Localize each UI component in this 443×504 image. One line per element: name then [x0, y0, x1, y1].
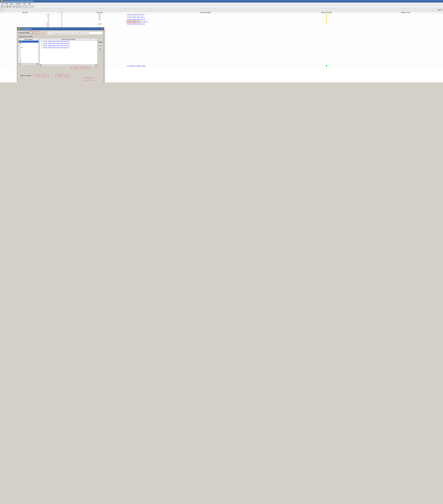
warning-icon[interactable] [326, 14, 327, 15]
size-item-12[interactable]: 12" [18, 61, 38, 63]
dialog-close-button[interactable]: ✕ [101, 28, 103, 30]
dialog-app-icon: A [18, 28, 20, 30]
dialog-info-text: For each part group, arrange default par… [49, 32, 89, 34]
priority-num: 3 [40, 45, 42, 46]
col-priority: Part Use Priority [284, 11, 368, 14]
size-item-1-5[interactable]: 1 1/2" [18, 47, 38, 49]
warning-icon[interactable] [326, 21, 327, 22]
warning-icon[interactable] [326, 18, 327, 20]
app-title: Autodesk AutoCAD Plant 3D Spec Editor 20… [3, 0, 33, 2]
size-item-2[interactable]: 2" [18, 49, 38, 51]
priority-item-text: STUD, A193-B7 W2 A194-2H HH NUTS (6 [43, 45, 69, 46]
priority-panels: Size Conflicts 1/2" 3/4" 1" 1 1/2" 2" 3"… [18, 38, 103, 73]
main-area: ⌂ Spec S Min Size To Max Size Long Descr… [0, 8, 443, 82]
save-as-button[interactable]: 🖫 [9, 5, 11, 8]
assign-priority-label: Assign part use priority [18, 36, 103, 37]
size-item-3-4[interactable]: 3/4" [18, 43, 38, 45]
table-row[interactable]: 1/2"to [0, 25, 443, 27]
mark-resolved-checkbox[interactable] [18, 75, 20, 76]
spec-priority-panel: Spec Part Use Priority 1 STUD, A193-B7 W… [39, 38, 97, 66]
separator3 [31, 5, 31, 8]
priority-row-2[interactable]: 2 STUD, A193-B7 W/2 A194-2H HH NUTS (3 [40, 43, 97, 45]
scroll-right-arrow[interactable]: ▶ [95, 64, 97, 66]
part-group-label: Part group: BoltSet [18, 32, 30, 34]
spec-header: ⌂ Spec S [0, 8, 443, 11]
mark-resolved-row: Mark as resolved 4. Mark as resolved. 5.… [18, 74, 103, 77]
priority-num: 2 [40, 43, 42, 44]
priority-row-3[interactable]: 3 STUD, A193-B7 W2 A194-2H HH NUTS (6 [40, 45, 97, 47]
separator2 [21, 5, 21, 8]
priority-up-button[interactable]: ▲ [98, 44, 102, 47]
separator1 [12, 5, 12, 8]
web-button[interactable]: 🌐 [18, 5, 21, 8]
annotation-box-6: 6. Press 'OK'. [85, 78, 94, 80]
priority-cell[interactable] [284, 14, 368, 16]
size-item-1[interactable]: 1" [18, 45, 38, 47]
annotation-box-1: 1. Select yellow icon. [126, 20, 140, 23]
size-item-8[interactable]: 8" [18, 57, 38, 59]
priority-row-1[interactable]: 1 STUD, A193-B7 W2 A194-2H HH NUTS (3 [40, 41, 97, 43]
size-item-3[interactable]: 3" [18, 51, 38, 53]
col-long-desc: Long Description [126, 11, 284, 14]
to-cell: to [50, 14, 73, 16]
menu-help[interactable]: Help [27, 3, 32, 5]
priority-row-4[interactable]: 4 STUD, A193-B7 W2 A194-2H HH NUTS (1 [40, 47, 97, 49]
menu-catalogs[interactable]: Catalogs [15, 3, 22, 5]
priority-down-button[interactable]: ▼ [98, 47, 102, 50]
col-branch: Branch In Use [368, 11, 443, 14]
scroll-left-arrow[interactable]: ◀ [19, 63, 20, 65]
spec-priority-content: 1 STUD, A193-B7 W2 A194-2H HH NUTS (3 2 … [40, 41, 97, 64]
dialog-body: Part group: BoltSet 2. Select size. For … [17, 30, 104, 82]
paste-button[interactable]: 📄 [28, 5, 30, 8]
priority-num: 4 [40, 47, 42, 49]
size-item-4[interactable]: 4" [18, 53, 38, 55]
menu-edit[interactable]: Edit [5, 3, 9, 5]
size-conflicts-header: Size Conflicts [18, 38, 38, 41]
size-list[interactable]: 1/2" 3/4" 1" 1 1/2" 2" 3" 4" 6" 8" 10" 1… [18, 41, 38, 63]
part-use-priority-dialog: A Part Use Priority ✕ Part group: BoltSe… [17, 27, 104, 82]
help-button[interactable]: ? [31, 5, 34, 8]
mark-resolved-label[interactable]: Mark as resolved [21, 75, 31, 76]
up-arrow-icon: ▲ [100, 44, 101, 46]
size-item-10[interactable]: 10" [18, 59, 38, 61]
size-item-half[interactable]: 1/2" [18, 41, 38, 43]
cut-button[interactable]: ✂ [22, 5, 24, 8]
green-status-dot [326, 65, 327, 67]
priority-num: 1 [40, 41, 42, 42]
table-row[interactable]: 26" to 60" STUD, A193-B7 W/2 A194-2 [0, 14, 443, 16]
warning-icon[interactable] [326, 16, 327, 18]
col-max-size: Max Size [73, 11, 126, 14]
table-row[interactable]: 26" to 36" STUD, A193-B7 W/2 A194-2 [0, 16, 443, 18]
scroll-right-arrow[interactable]: ▶ [36, 63, 38, 65]
priority-item-text: STUD, A193-B7 W2 A194-2H HH NUTS (1 [43, 47, 69, 49]
priority-scrollbar[interactable]: ◀ ▶ [40, 64, 97, 66]
menu-specs[interactable]: Specs [9, 3, 14, 5]
size-item-6[interactable]: 6" [18, 55, 38, 57]
scroll-track[interactable] [41, 64, 95, 66]
title-bar: A Autodesk AutoCAD Plant 3D Spec Editor … [0, 0, 443, 2]
max-size-cell: 60" [73, 14, 126, 16]
collapse-icon[interactable]: ⌂ [1, 9, 3, 11]
save-button[interactable]: 💾 [6, 5, 8, 8]
menu-file[interactable]: File [0, 3, 4, 5]
size-scrollbar[interactable]: ◀ ▶ [18, 63, 38, 65]
print-button[interactable]: 🖨 [13, 5, 15, 8]
desc-cell: STUD, A193-B7 W/2 A194-2 [126, 14, 284, 16]
menu-tools[interactable]: Tools [22, 3, 27, 5]
table-row[interactable]: 1 1/4" to 1 1/4" STUD, A193-B7 W2 A194-2… [0, 23, 443, 25]
table-row[interactable]: 2" to 24" STUD, A193-B7 W2 A194-2H [0, 18, 443, 21]
spec-label: Spec S [438, 9, 442, 11]
dialog-info-box: For each part group, arrange default par… [47, 32, 103, 35]
scroll-left-arrow[interactable]: ◀ [40, 64, 41, 66]
open-button[interactable]: 📂 [3, 5, 6, 8]
min-size-cell: 26" [0, 14, 50, 16]
priority-controls: Priority ▲ ▼ [98, 38, 103, 50]
new-button[interactable]: 🆕 [1, 5, 3, 8]
toolbar: 🆕 📂 💾 🖫 🖨 🔄 🌐 ✂ 📋 📄 ? [0, 5, 443, 8]
table-row[interactable]: 1/2" to 1. Select yellow icon. 93-B7 W2 … [0, 21, 443, 23]
dialog-title-bar: A Part Use Priority ✕ [17, 27, 104, 30]
refresh-button[interactable]: 🔄 [16, 5, 18, 8]
scroll-track[interactable] [20, 63, 36, 65]
annotation-box-5: 5. Repeat for all sizes. [55, 74, 70, 77]
copy-button[interactable]: 📋 [25, 5, 27, 8]
